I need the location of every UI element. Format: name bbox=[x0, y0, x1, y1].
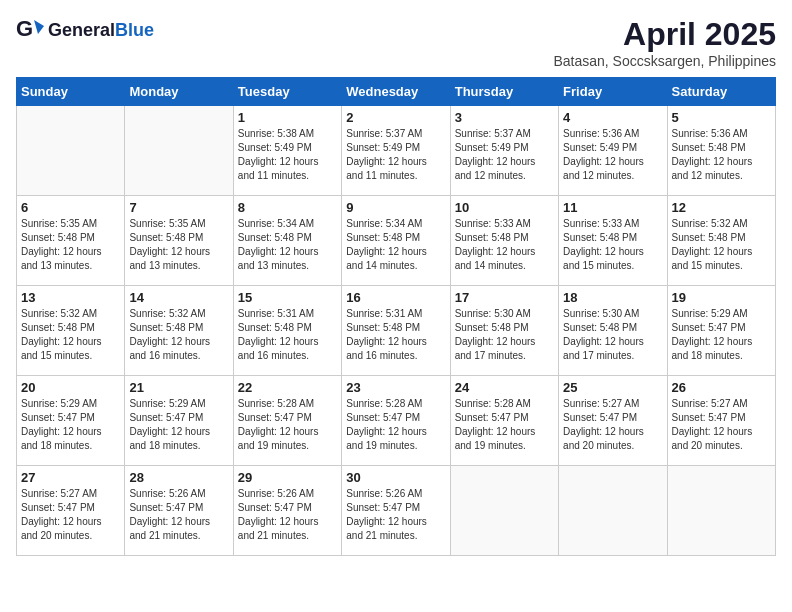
day-info: Sunrise: 5:27 AM Sunset: 5:47 PM Dayligh… bbox=[563, 397, 662, 453]
calendar-cell: 24Sunrise: 5:28 AM Sunset: 5:47 PM Dayli… bbox=[450, 376, 558, 466]
day-number: 23 bbox=[346, 380, 445, 395]
day-number: 22 bbox=[238, 380, 337, 395]
day-of-week-header: Saturday bbox=[667, 78, 775, 106]
day-info: Sunrise: 5:34 AM Sunset: 5:48 PM Dayligh… bbox=[238, 217, 337, 273]
calendar-week-row: 6Sunrise: 5:35 AM Sunset: 5:48 PM Daylig… bbox=[17, 196, 776, 286]
calendar-cell: 29Sunrise: 5:26 AM Sunset: 5:47 PM Dayli… bbox=[233, 466, 341, 556]
day-info: Sunrise: 5:32 AM Sunset: 5:48 PM Dayligh… bbox=[672, 217, 771, 273]
day-number: 6 bbox=[21, 200, 120, 215]
day-of-week-header: Monday bbox=[125, 78, 233, 106]
calendar-week-row: 1Sunrise: 5:38 AM Sunset: 5:49 PM Daylig… bbox=[17, 106, 776, 196]
calendar-cell: 25Sunrise: 5:27 AM Sunset: 5:47 PM Dayli… bbox=[559, 376, 667, 466]
day-info: Sunrise: 5:31 AM Sunset: 5:48 PM Dayligh… bbox=[238, 307, 337, 363]
day-number: 25 bbox=[563, 380, 662, 395]
calendar-cell: 15Sunrise: 5:31 AM Sunset: 5:48 PM Dayli… bbox=[233, 286, 341, 376]
calendar-cell: 12Sunrise: 5:32 AM Sunset: 5:48 PM Dayli… bbox=[667, 196, 775, 286]
day-info: Sunrise: 5:28 AM Sunset: 5:47 PM Dayligh… bbox=[346, 397, 445, 453]
day-number: 11 bbox=[563, 200, 662, 215]
day-number: 27 bbox=[21, 470, 120, 485]
calendar-cell: 2Sunrise: 5:37 AM Sunset: 5:49 PM Daylig… bbox=[342, 106, 450, 196]
calendar-cell: 26Sunrise: 5:27 AM Sunset: 5:47 PM Dayli… bbox=[667, 376, 775, 466]
calendar-cell: 18Sunrise: 5:30 AM Sunset: 5:48 PM Dayli… bbox=[559, 286, 667, 376]
logo-blue-text: Blue bbox=[115, 20, 154, 40]
day-info: Sunrise: 5:28 AM Sunset: 5:47 PM Dayligh… bbox=[455, 397, 554, 453]
day-info: Sunrise: 5:35 AM Sunset: 5:48 PM Dayligh… bbox=[129, 217, 228, 273]
day-number: 10 bbox=[455, 200, 554, 215]
location-title: Batasan, Soccsksargen, Philippines bbox=[553, 53, 776, 69]
calendar-cell: 3Sunrise: 5:37 AM Sunset: 5:49 PM Daylig… bbox=[450, 106, 558, 196]
day-info: Sunrise: 5:27 AM Sunset: 5:47 PM Dayligh… bbox=[672, 397, 771, 453]
calendar-cell bbox=[450, 466, 558, 556]
calendar-cell bbox=[667, 466, 775, 556]
day-number: 13 bbox=[21, 290, 120, 305]
calendar-cell: 7Sunrise: 5:35 AM Sunset: 5:48 PM Daylig… bbox=[125, 196, 233, 286]
logo-general-text: General bbox=[48, 20, 115, 40]
day-number: 9 bbox=[346, 200, 445, 215]
calendar-table: SundayMondayTuesdayWednesdayThursdayFrid… bbox=[16, 77, 776, 556]
day-info: Sunrise: 5:30 AM Sunset: 5:48 PM Dayligh… bbox=[563, 307, 662, 363]
day-info: Sunrise: 5:29 AM Sunset: 5:47 PM Dayligh… bbox=[129, 397, 228, 453]
day-number: 4 bbox=[563, 110, 662, 125]
day-number: 2 bbox=[346, 110, 445, 125]
calendar-cell: 13Sunrise: 5:32 AM Sunset: 5:48 PM Dayli… bbox=[17, 286, 125, 376]
calendar-cell: 5Sunrise: 5:36 AM Sunset: 5:48 PM Daylig… bbox=[667, 106, 775, 196]
calendar-cell bbox=[559, 466, 667, 556]
calendar-cell: 16Sunrise: 5:31 AM Sunset: 5:48 PM Dayli… bbox=[342, 286, 450, 376]
day-number: 17 bbox=[455, 290, 554, 305]
calendar-cell: 23Sunrise: 5:28 AM Sunset: 5:47 PM Dayli… bbox=[342, 376, 450, 466]
day-of-week-header: Wednesday bbox=[342, 78, 450, 106]
calendar-cell bbox=[17, 106, 125, 196]
day-info: Sunrise: 5:30 AM Sunset: 5:48 PM Dayligh… bbox=[455, 307, 554, 363]
day-number: 21 bbox=[129, 380, 228, 395]
day-info: Sunrise: 5:26 AM Sunset: 5:47 PM Dayligh… bbox=[129, 487, 228, 543]
calendar-cell: 11Sunrise: 5:33 AM Sunset: 5:48 PM Dayli… bbox=[559, 196, 667, 286]
day-number: 30 bbox=[346, 470, 445, 485]
day-number: 8 bbox=[238, 200, 337, 215]
day-of-week-header: Thursday bbox=[450, 78, 558, 106]
day-info: Sunrise: 5:38 AM Sunset: 5:49 PM Dayligh… bbox=[238, 127, 337, 183]
calendar-week-row: 20Sunrise: 5:29 AM Sunset: 5:47 PM Dayli… bbox=[17, 376, 776, 466]
title-area: April 2025 Batasan, Soccsksargen, Philip… bbox=[553, 16, 776, 69]
day-number: 3 bbox=[455, 110, 554, 125]
month-title: April 2025 bbox=[553, 16, 776, 53]
calendar-cell: 27Sunrise: 5:27 AM Sunset: 5:47 PM Dayli… bbox=[17, 466, 125, 556]
day-info: Sunrise: 5:34 AM Sunset: 5:48 PM Dayligh… bbox=[346, 217, 445, 273]
header: G GeneralBlue April 2025 Batasan, Soccsk… bbox=[16, 16, 776, 69]
calendar-header: SundayMondayTuesdayWednesdayThursdayFrid… bbox=[17, 78, 776, 106]
day-number: 19 bbox=[672, 290, 771, 305]
logo: G GeneralBlue bbox=[16, 16, 154, 44]
calendar-cell: 6Sunrise: 5:35 AM Sunset: 5:48 PM Daylig… bbox=[17, 196, 125, 286]
day-number: 16 bbox=[346, 290, 445, 305]
day-info: Sunrise: 5:33 AM Sunset: 5:48 PM Dayligh… bbox=[563, 217, 662, 273]
svg-text:G: G bbox=[16, 16, 33, 41]
day-info: Sunrise: 5:26 AM Sunset: 5:47 PM Dayligh… bbox=[238, 487, 337, 543]
calendar-cell: 1Sunrise: 5:38 AM Sunset: 5:49 PM Daylig… bbox=[233, 106, 341, 196]
calendar-cell: 4Sunrise: 5:36 AM Sunset: 5:49 PM Daylig… bbox=[559, 106, 667, 196]
day-info: Sunrise: 5:29 AM Sunset: 5:47 PM Dayligh… bbox=[672, 307, 771, 363]
day-number: 28 bbox=[129, 470, 228, 485]
day-info: Sunrise: 5:37 AM Sunset: 5:49 PM Dayligh… bbox=[455, 127, 554, 183]
day-number: 24 bbox=[455, 380, 554, 395]
day-info: Sunrise: 5:33 AM Sunset: 5:48 PM Dayligh… bbox=[455, 217, 554, 273]
calendar-cell: 10Sunrise: 5:33 AM Sunset: 5:48 PM Dayli… bbox=[450, 196, 558, 286]
calendar-cell: 17Sunrise: 5:30 AM Sunset: 5:48 PM Dayli… bbox=[450, 286, 558, 376]
day-info: Sunrise: 5:37 AM Sunset: 5:49 PM Dayligh… bbox=[346, 127, 445, 183]
day-number: 7 bbox=[129, 200, 228, 215]
day-info: Sunrise: 5:35 AM Sunset: 5:48 PM Dayligh… bbox=[21, 217, 120, 273]
calendar-week-row: 27Sunrise: 5:27 AM Sunset: 5:47 PM Dayli… bbox=[17, 466, 776, 556]
day-number: 1 bbox=[238, 110, 337, 125]
day-info: Sunrise: 5:26 AM Sunset: 5:47 PM Dayligh… bbox=[346, 487, 445, 543]
calendar-cell: 30Sunrise: 5:26 AM Sunset: 5:47 PM Dayli… bbox=[342, 466, 450, 556]
day-number: 15 bbox=[238, 290, 337, 305]
day-of-week-header: Sunday bbox=[17, 78, 125, 106]
calendar-cell: 8Sunrise: 5:34 AM Sunset: 5:48 PM Daylig… bbox=[233, 196, 341, 286]
calendar-week-row: 13Sunrise: 5:32 AM Sunset: 5:48 PM Dayli… bbox=[17, 286, 776, 376]
calendar-cell: 28Sunrise: 5:26 AM Sunset: 5:47 PM Dayli… bbox=[125, 466, 233, 556]
svg-marker-1 bbox=[34, 20, 44, 34]
calendar-cell: 14Sunrise: 5:32 AM Sunset: 5:48 PM Dayli… bbox=[125, 286, 233, 376]
calendar-cell bbox=[125, 106, 233, 196]
calendar-cell: 21Sunrise: 5:29 AM Sunset: 5:47 PM Dayli… bbox=[125, 376, 233, 466]
day-info: Sunrise: 5:28 AM Sunset: 5:47 PM Dayligh… bbox=[238, 397, 337, 453]
day-number: 18 bbox=[563, 290, 662, 305]
logo-icon: G bbox=[16, 16, 44, 44]
